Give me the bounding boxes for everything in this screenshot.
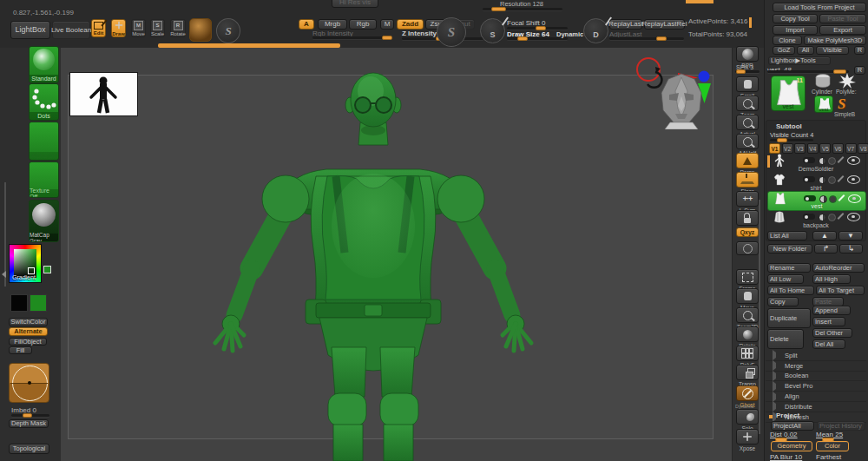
load-tools-button[interactable]: Load Tools From Project bbox=[773, 3, 866, 12]
recent-tool-simplebrush[interactable]: S bbox=[838, 95, 853, 111]
recent-tool-polymesh[interactable] bbox=[838, 73, 856, 89]
visibility-tab[interactable]: V6 bbox=[832, 143, 844, 154]
new-folder-button[interactable]: New Folder bbox=[767, 244, 812, 254]
scale-button[interactable]: S Scale bbox=[150, 19, 165, 37]
recent-tool-vest[interactable]: vest bbox=[814, 95, 833, 113]
lightbox-tools-button[interactable]: Lightbox▶Tools bbox=[768, 56, 831, 65]
hi-res-vis-button[interactable]: Hi Res vis bbox=[332, 0, 378, 8]
goz-button[interactable]: GoZ bbox=[773, 46, 795, 55]
secondary-color-swatch[interactable] bbox=[30, 294, 47, 312]
append-button[interactable]: Append bbox=[812, 306, 851, 315]
polypaint-toggle[interactable] bbox=[804, 195, 816, 201]
subtool-row-vest-selected[interactable]: vest bbox=[767, 191, 866, 211]
depth-mask-curve[interactable] bbox=[9, 363, 49, 403]
imbed-handle[interactable] bbox=[23, 413, 32, 418]
visible-count-handle[interactable] bbox=[777, 138, 787, 142]
draw-size-handle[interactable] bbox=[517, 36, 528, 41]
zbrush-logo-icon[interactable]: S bbox=[216, 18, 240, 43]
contrast-toggle[interactable] bbox=[819, 157, 826, 165]
del-all-button[interactable]: Del All bbox=[812, 339, 845, 349]
recent-tool-cylinder[interactable] bbox=[814, 74, 832, 89]
rename-button[interactable]: Rename bbox=[767, 263, 811, 273]
opacity-toggle[interactable] bbox=[829, 195, 837, 203]
camview-head-icon[interactable] bbox=[654, 72, 708, 129]
paste-tool-button[interactable]: Paste Tool bbox=[819, 14, 866, 23]
current-material-button[interactable] bbox=[189, 18, 212, 42]
contrast-toggle[interactable] bbox=[819, 214, 826, 221]
visibility-tab[interactable]: V3 bbox=[794, 143, 806, 154]
brush-slash-icon[interactable] bbox=[838, 175, 845, 182]
subtool-title[interactable]: Subtool bbox=[776, 123, 802, 130]
spix-handle[interactable] bbox=[736, 69, 746, 74]
opacity-toggle[interactable] bbox=[828, 176, 836, 184]
subtool-section-row[interactable]: Split bbox=[766, 351, 866, 361]
brush-thumbnail[interactable]: Standard bbox=[29, 46, 59, 83]
polypaint-toggle[interactable] bbox=[803, 214, 815, 220]
stroke-settings-icon[interactable]: S bbox=[480, 18, 505, 43]
replay-last-button[interactable]: ReplayLast bbox=[609, 19, 642, 30]
lightbox-button[interactable]: LightBox bbox=[10, 21, 50, 39]
canvas-scrollbar[interactable] bbox=[759, 200, 760, 434]
material-thumbnail[interactable]: MatCap Gray bbox=[29, 200, 59, 242]
left-scroll-arrow[interactable] bbox=[2, 271, 6, 278]
farthest-button-label[interactable]: Farthest bbox=[816, 454, 841, 461]
adjust-last-slider[interactable] bbox=[609, 37, 684, 40]
fill-button[interactable]: Fill bbox=[9, 346, 32, 354]
all-to-target-button[interactable]: All To Target bbox=[816, 286, 865, 295]
subtool-row-shirt[interactable]: shirt bbox=[767, 173, 865, 192]
clone-button[interactable]: Clone bbox=[773, 36, 802, 45]
all-high-button[interactable]: All High bbox=[812, 274, 851, 284]
subtool-row-demosoldier[interactable]: DemoSoldier bbox=[767, 154, 865, 173]
brush-slash-icon[interactable] bbox=[838, 213, 845, 220]
visibility-tab[interactable]: V4 bbox=[807, 143, 819, 154]
visibility-eye-icon[interactable] bbox=[847, 175, 860, 184]
rotate-button[interactable]: R Rotate bbox=[170, 19, 186, 37]
subtool-section-row[interactable]: Merge bbox=[766, 361, 866, 372]
copy-subtool-button[interactable]: Copy bbox=[767, 297, 799, 306]
rgb-intensity-handle[interactable] bbox=[382, 36, 392, 40]
folder-move-down-button[interactable]: ↳ bbox=[839, 244, 863, 254]
texture-thumbnail[interactable]: Texture Off bbox=[29, 161, 59, 198]
visibility-eye-icon[interactable] bbox=[847, 213, 860, 221]
visibility-tab[interactable]: V7 bbox=[845, 143, 857, 154]
project-all-button[interactable]: ProjectAll bbox=[771, 421, 814, 431]
sculpt-canvas[interactable] bbox=[61, 48, 732, 461]
silhouette-preview[interactable] bbox=[69, 72, 138, 116]
polypaint-toggle[interactable] bbox=[803, 176, 815, 182]
opacity-toggle[interactable] bbox=[828, 214, 836, 221]
subtool-section-row[interactable]: Bevel Pro bbox=[766, 381, 866, 392]
replay-last-rel-button[interactable]: ReplayLastRel bbox=[644, 19, 685, 30]
polypaint-toggle[interactable] bbox=[803, 157, 815, 163]
list-all-button[interactable]: List All bbox=[767, 231, 807, 240]
xpose-button[interactable]: Xpose bbox=[734, 429, 760, 451]
subtool-up-button[interactable]: ▲ bbox=[812, 231, 837, 240]
r-button[interactable]: R bbox=[854, 46, 865, 55]
sculptris-pro-button[interactable]: S bbox=[437, 17, 466, 47]
duplicate-button[interactable]: Duplicate bbox=[767, 308, 811, 328]
subtool-row-backpack[interactable]: backpack bbox=[767, 210, 865, 229]
contrast-toggle[interactable] bbox=[819, 176, 826, 184]
mrgb-button[interactable]: Mrgb bbox=[318, 19, 347, 30]
visible-button[interactable]: Visible bbox=[816, 46, 849, 55]
zadd-button[interactable]: Zadd bbox=[397, 19, 424, 30]
topological-button[interactable]: Topological bbox=[9, 444, 49, 454]
anchor-button[interactable]: A bbox=[299, 19, 314, 30]
copy-tool-button[interactable]: Copy Tool bbox=[773, 14, 818, 23]
draw-button[interactable]: Draw bbox=[111, 19, 126, 37]
adjust-last-handle[interactable] bbox=[656, 36, 667, 41]
visibility-tab[interactable]: V8 bbox=[858, 143, 868, 154]
subtool-section-row[interactable]: Align bbox=[766, 392, 866, 402]
visibility-eye-icon[interactable] bbox=[847, 156, 860, 165]
folder-move-up-button[interactable]: ↱ bbox=[814, 244, 838, 254]
insert-button[interactable]: Insert bbox=[812, 317, 845, 326]
color-toggle-button[interactable]: Color bbox=[816, 441, 849, 451]
color-picker[interactable]: Gradient bbox=[9, 244, 42, 283]
replay-settings-icon[interactable]: D bbox=[583, 18, 608, 43]
subtool-down-button[interactable]: ▼ bbox=[838, 231, 863, 240]
lock-button[interactable] bbox=[734, 210, 760, 226]
alternate-button[interactable]: Alternate bbox=[9, 327, 48, 336]
resolution-slider-handle[interactable] bbox=[491, 7, 506, 11]
brush-slash-icon[interactable] bbox=[838, 156, 845, 163]
subtool-section-row[interactable]: Boolean bbox=[766, 372, 866, 382]
project-section-title[interactable]: Project bbox=[776, 412, 799, 419]
